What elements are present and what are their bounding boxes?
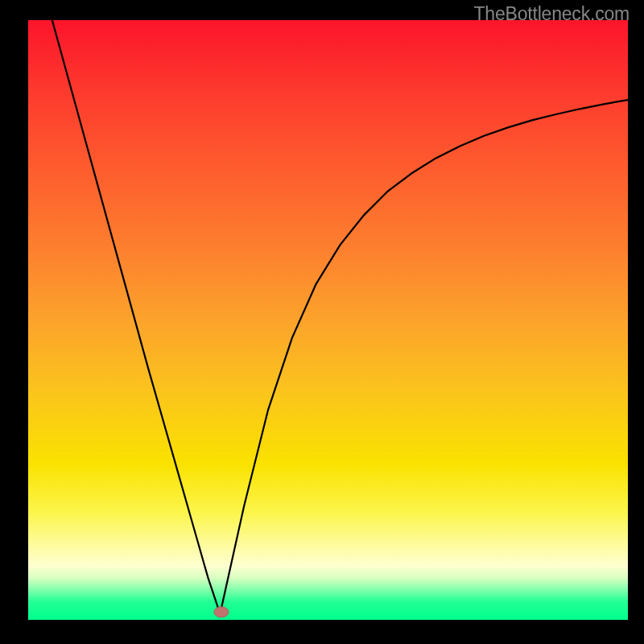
bottleneck-curve xyxy=(28,20,628,620)
optimum-marker xyxy=(214,607,229,617)
plot-area xyxy=(28,20,628,620)
chart-frame: TheBottleneck.com xyxy=(0,0,644,644)
watermark-text: TheBottleneck.com xyxy=(474,3,630,25)
curve-path xyxy=(52,20,628,614)
